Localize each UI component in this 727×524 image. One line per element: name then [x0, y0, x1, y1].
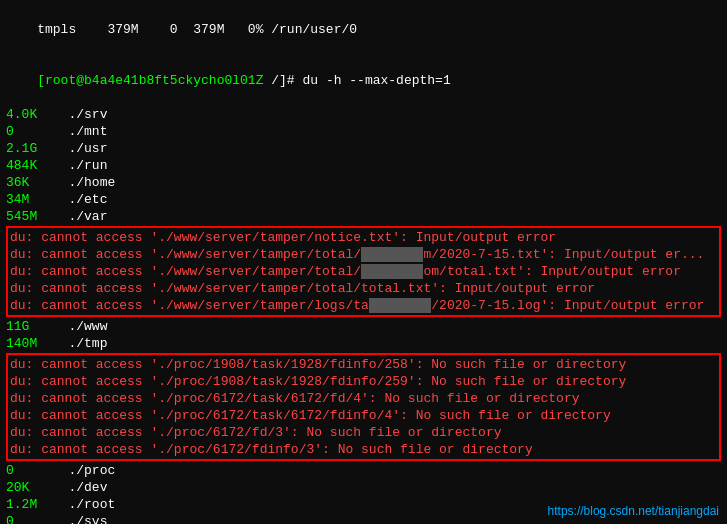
line-var: 545M ./var	[6, 208, 721, 225]
error1-line2: du: cannot access './www/server/tamper/t…	[10, 246, 717, 263]
terminal: tmpls 379M 0 379M 0% /run/user/0 [root@b…	[0, 0, 727, 524]
line-srv: 4.0K ./srv	[6, 106, 721, 123]
top-text: tmpls 379M 0 379M 0% /run/user/0	[37, 22, 357, 37]
error1-line5: du: cannot access './www/server/tamper/l…	[10, 297, 717, 314]
watermark: https://blog.csdn.net/tianjiangdai	[548, 504, 719, 518]
top-line: tmpls 379M 0 379M 0% /run/user/0	[6, 4, 721, 55]
error2-line4: du: cannot access './proc/6172/task/6172…	[10, 407, 717, 424]
error2-line1: du: cannot access './proc/1908/task/1928…	[10, 356, 717, 373]
error-block-2: du: cannot access './proc/1908/task/1928…	[6, 353, 721, 461]
line-run: 484K ./run	[6, 157, 721, 174]
error1-line3: du: cannot access './www/server/tamper/t…	[10, 263, 717, 280]
line-mnt: 0 ./mnt	[6, 123, 721, 140]
error2-line6: du: cannot access './proc/6172/fdinfo/3'…	[10, 441, 717, 458]
error2-line2: du: cannot access './proc/1908/task/1928…	[10, 373, 717, 390]
error1-line1: du: cannot access './www/server/tamper/n…	[10, 229, 717, 246]
error1-line4: du: cannot access './www/server/tamper/t…	[10, 280, 717, 297]
error-block-1: du: cannot access './www/server/tamper/n…	[6, 226, 721, 317]
line-proc: 0 ./proc	[6, 462, 721, 479]
line-dev: 20K ./dev	[6, 479, 721, 496]
line-usr: 2.1G ./usr	[6, 140, 721, 157]
error2-line3: du: cannot access './proc/6172/task/6172…	[10, 390, 717, 407]
line-www: 11G ./www	[6, 318, 721, 335]
error2-line5: du: cannot access './proc/6172/fd/3': No…	[10, 424, 717, 441]
prompt-line[interactable]: [root@b4a4e41b8ft5ckycho0l01Z /]# du -h …	[6, 55, 721, 106]
line-tmp: 140M ./tmp	[6, 335, 721, 352]
line-home: 36K ./home	[6, 174, 721, 191]
line-etc: 34M ./etc	[6, 191, 721, 208]
